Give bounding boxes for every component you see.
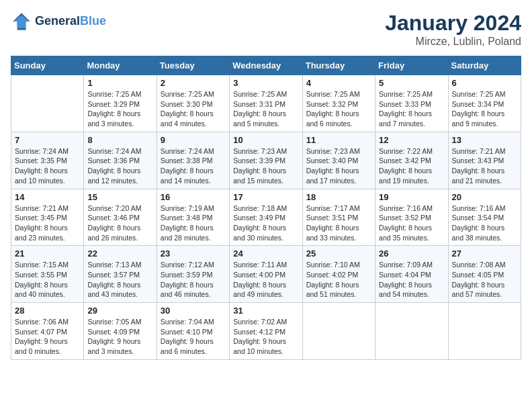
calendar-cell: 18Sunrise: 7:17 AM Sunset: 3:51 PM Dayli… (302, 189, 375, 246)
day-info: Sunrise: 7:16 AM Sunset: 3:54 PM Dayligh… (452, 203, 517, 243)
day-info: Sunrise: 7:15 AM Sunset: 3:55 PM Dayligh… (15, 260, 80, 300)
calendar-cell: 8Sunrise: 7:24 AM Sunset: 3:36 PM Daylig… (84, 132, 157, 189)
day-number: 21 (15, 248, 80, 259)
day-info: Sunrise: 7:25 AM Sunset: 3:32 PM Dayligh… (306, 89, 371, 129)
day-number: 11 (306, 135, 371, 145)
calendar-cell: 16Sunrise: 7:19 AM Sunset: 3:48 PM Dayli… (157, 189, 229, 246)
day-number: 31 (233, 306, 298, 316)
day-info: Sunrise: 7:12 AM Sunset: 3:59 PM Dayligh… (161, 260, 226, 300)
day-number: 25 (306, 248, 371, 259)
calendar-cell: 22Sunrise: 7:13 AM Sunset: 3:57 PM Dayli… (84, 246, 157, 303)
day-number: 4 (306, 78, 371, 88)
calendar-cell: 5Sunrise: 7:25 AM Sunset: 3:33 PM Daylig… (375, 75, 448, 132)
calendar-cell: 9Sunrise: 7:24 AM Sunset: 3:38 PM Daylig… (157, 132, 229, 189)
day-number: 1 (87, 78, 152, 88)
logo-text: GeneralBlue (35, 15, 106, 28)
day-number: 26 (379, 248, 444, 259)
calendar-week-row: 7Sunrise: 7:24 AM Sunset: 3:35 PM Daylig… (11, 132, 521, 189)
day-number: 3 (233, 78, 298, 88)
calendar-cell: 14Sunrise: 7:21 AM Sunset: 3:45 PM Dayli… (11, 189, 84, 246)
calendar-cell: 30Sunrise: 7:04 AM Sunset: 4:10 PM Dayli… (157, 303, 229, 360)
day-number: 6 (452, 78, 517, 88)
day-info: Sunrise: 7:19 AM Sunset: 3:48 PM Dayligh… (161, 203, 226, 243)
day-info: Sunrise: 7:06 AM Sunset: 4:07 PM Dayligh… (15, 317, 80, 357)
day-number: 2 (161, 78, 226, 88)
day-number: 28 (15, 306, 80, 316)
day-info: Sunrise: 7:10 AM Sunset: 4:02 PM Dayligh… (306, 260, 371, 300)
day-number: 18 (306, 192, 371, 202)
day-info: Sunrise: 7:25 AM Sunset: 3:30 PM Dayligh… (161, 89, 226, 129)
calendar-cell: 12Sunrise: 7:22 AM Sunset: 3:42 PM Dayli… (375, 132, 448, 189)
day-info: Sunrise: 7:25 AM Sunset: 3:31 PM Dayligh… (233, 89, 298, 129)
calendar-cell: 27Sunrise: 7:08 AM Sunset: 4:05 PM Dayli… (448, 246, 521, 303)
day-info: Sunrise: 7:21 AM Sunset: 3:45 PM Dayligh… (15, 203, 80, 243)
calendar-cell: 4Sunrise: 7:25 AM Sunset: 3:32 PM Daylig… (302, 75, 375, 132)
calendar-cell: 31Sunrise: 7:02 AM Sunset: 4:12 PM Dayli… (230, 303, 302, 360)
calendar-week-row: 1Sunrise: 7:25 AM Sunset: 3:29 PM Daylig… (11, 75, 521, 132)
day-number: 9 (161, 135, 226, 145)
calendar-cell: 1Sunrise: 7:25 AM Sunset: 3:29 PM Daylig… (84, 75, 157, 132)
calendar-title: January 2024 (385, 11, 521, 36)
calendar-cell (448, 303, 521, 360)
title-block: January 2024 Mircze, Lublin, Poland (385, 11, 521, 48)
calendar-cell: 20Sunrise: 7:16 AM Sunset: 3:54 PM Dayli… (448, 189, 521, 246)
calendar-cell: 21Sunrise: 7:15 AM Sunset: 3:55 PM Dayli… (11, 246, 84, 303)
day-number: 24 (233, 248, 298, 259)
day-number: 23 (161, 248, 226, 259)
calendar-cell: 29Sunrise: 7:05 AM Sunset: 4:09 PM Dayli… (84, 303, 157, 360)
day-info: Sunrise: 7:11 AM Sunset: 4:00 PM Dayligh… (233, 260, 298, 300)
day-info: Sunrise: 7:04 AM Sunset: 4:10 PM Dayligh… (161, 317, 226, 357)
calendar-subtitle: Mircze, Lublin, Poland (385, 36, 521, 48)
calendar-cell: 24Sunrise: 7:11 AM Sunset: 4:00 PM Dayli… (230, 246, 302, 303)
calendar-cell: 7Sunrise: 7:24 AM Sunset: 3:35 PM Daylig… (11, 132, 84, 189)
day-info: Sunrise: 7:20 AM Sunset: 3:46 PM Dayligh… (87, 203, 152, 243)
day-number: 20 (452, 192, 517, 202)
day-number: 5 (379, 78, 444, 88)
weekday-header-monday: Monday (84, 56, 157, 75)
day-info: Sunrise: 7:17 AM Sunset: 3:51 PM Dayligh… (306, 203, 371, 243)
day-info: Sunrise: 7:23 AM Sunset: 3:39 PM Dayligh… (233, 146, 298, 186)
weekday-header-thursday: Thursday (302, 56, 375, 75)
day-info: Sunrise: 7:23 AM Sunset: 3:40 PM Dayligh… (306, 146, 371, 186)
weekday-header-row: SundayMondayTuesdayWednesdayThursdayFrid… (11, 56, 521, 75)
day-info: Sunrise: 7:25 AM Sunset: 3:34 PM Dayligh… (452, 89, 517, 129)
weekday-header-friday: Friday (375, 56, 448, 75)
day-info: Sunrise: 7:05 AM Sunset: 4:09 PM Dayligh… (87, 317, 152, 357)
calendar-cell: 11Sunrise: 7:23 AM Sunset: 3:40 PM Dayli… (302, 132, 375, 189)
day-info: Sunrise: 7:16 AM Sunset: 3:52 PM Dayligh… (379, 203, 444, 243)
day-info: Sunrise: 7:09 AM Sunset: 4:04 PM Dayligh… (379, 260, 444, 300)
weekday-header-sunday: Sunday (11, 56, 84, 75)
day-number: 22 (87, 248, 152, 259)
calendar-cell (375, 303, 448, 360)
day-info: Sunrise: 7:24 AM Sunset: 3:35 PM Dayligh… (15, 146, 80, 186)
day-number: 15 (87, 192, 152, 202)
day-info: Sunrise: 7:25 AM Sunset: 3:33 PM Dayligh… (379, 89, 444, 129)
day-info: Sunrise: 7:08 AM Sunset: 4:05 PM Dayligh… (452, 260, 517, 300)
day-info: Sunrise: 7:24 AM Sunset: 3:38 PM Dayligh… (161, 146, 226, 186)
calendar-cell: 23Sunrise: 7:12 AM Sunset: 3:59 PM Dayli… (157, 246, 229, 303)
calendar-cell: 15Sunrise: 7:20 AM Sunset: 3:46 PM Dayli… (84, 189, 157, 246)
day-number: 16 (161, 192, 226, 202)
day-info: Sunrise: 7:25 AM Sunset: 3:29 PM Dayligh… (87, 89, 152, 129)
day-info: Sunrise: 7:24 AM Sunset: 3:36 PM Dayligh… (87, 146, 152, 186)
day-number: 7 (15, 135, 80, 145)
day-number: 17 (233, 192, 298, 202)
weekday-header-tuesday: Tuesday (157, 56, 229, 75)
day-number: 10 (233, 135, 298, 145)
calendar-cell (302, 303, 375, 360)
day-number: 27 (452, 248, 517, 259)
logo-icon (11, 11, 32, 32)
day-number: 13 (452, 135, 517, 145)
calendar-cell (11, 75, 84, 132)
calendar-cell: 13Sunrise: 7:21 AM Sunset: 3:43 PM Dayli… (448, 132, 521, 189)
day-info: Sunrise: 7:02 AM Sunset: 4:12 PM Dayligh… (233, 317, 298, 357)
calendar-cell: 6Sunrise: 7:25 AM Sunset: 3:34 PM Daylig… (448, 75, 521, 132)
day-number: 30 (161, 306, 226, 316)
weekday-header-saturday: Saturday (448, 56, 521, 75)
calendar-week-row: 28Sunrise: 7:06 AM Sunset: 4:07 PM Dayli… (11, 303, 521, 360)
calendar-cell: 17Sunrise: 7:18 AM Sunset: 3:49 PM Dayli… (230, 189, 302, 246)
calendar-table: SundayMondayTuesdayWednesdayThursdayFrid… (11, 56, 521, 360)
calendar-week-row: 21Sunrise: 7:15 AM Sunset: 3:55 PM Dayli… (11, 246, 521, 303)
day-number: 12 (379, 135, 444, 145)
day-info: Sunrise: 7:18 AM Sunset: 3:49 PM Dayligh… (233, 203, 298, 243)
